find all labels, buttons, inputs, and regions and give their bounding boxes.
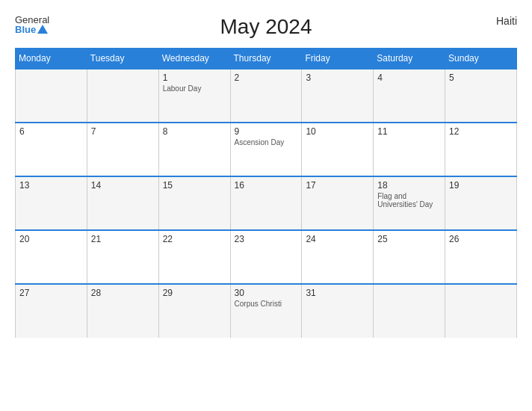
calendar-cell: 8	[158, 123, 230, 176]
day-number: 15	[163, 180, 226, 191]
week-row-1: 1Labour Day2345	[16, 69, 517, 123]
calendar-title: May 2024	[220, 15, 312, 39]
col-wednesday: Wednesday	[158, 49, 230, 69]
calendar-cell: 10	[302, 123, 374, 176]
col-saturday: Saturday	[374, 49, 445, 69]
week-row-2: 6789Ascension Day101112	[16, 123, 517, 176]
week-row-4: 20212223242526	[16, 230, 517, 284]
logo-triangle-icon	[37, 25, 48, 34]
day-number: 23	[235, 234, 298, 244]
logo-blue-text: Blue	[15, 25, 48, 34]
calendar-cell: 21	[87, 230, 158, 284]
calendar-cell: 25	[374, 230, 445, 284]
day-number: 28	[91, 288, 155, 298]
calendar-cell: 9Ascension Day	[230, 123, 302, 176]
calendar-cell: 14	[87, 176, 158, 230]
day-number: 24	[306, 234, 369, 244]
day-number: 27	[19, 288, 83, 298]
calendar-cell: 13	[16, 176, 87, 230]
calendar-cell: 18Flag and Universities' Day	[374, 176, 445, 230]
col-sunday: Sunday	[445, 49, 517, 69]
holiday-label: Flag and Universities' Day	[377, 192, 441, 208]
calendar-cell: 11	[374, 123, 445, 176]
calendar-cell: 19	[445, 176, 517, 230]
col-thursday: Thursday	[230, 49, 302, 69]
calendar-cell: 20	[16, 230, 87, 284]
calendar-cell: 29	[158, 284, 230, 338]
day-number: 30	[235, 288, 298, 298]
page: General Blue May 2024 Haiti Monday Tuesd…	[0, 0, 532, 411]
country-label: Haiti	[496, 15, 517, 27]
holiday-label: Ascension Day	[235, 138, 298, 146]
calendar-cell: 16	[230, 176, 302, 230]
col-tuesday: Tuesday	[87, 49, 158, 69]
day-number: 13	[19, 180, 83, 191]
day-number: 21	[91, 234, 155, 244]
day-number: 2	[235, 72, 298, 83]
col-friday: Friday	[302, 49, 374, 69]
week-row-5: 27282930Corpus Christi31	[16, 284, 517, 338]
days-of-week-row: Monday Tuesday Wednesday Thursday Friday…	[16, 49, 517, 69]
col-monday: Monday	[16, 49, 87, 69]
calendar-cell: 12	[445, 123, 517, 176]
day-number: 25	[377, 234, 441, 244]
calendar-cell: 17	[302, 176, 374, 230]
calendar-cell: 4	[374, 69, 445, 123]
calendar-cell: 23	[230, 230, 302, 284]
week-row-3: 131415161718Flag and Universities' Day19	[16, 176, 517, 230]
logo: General Blue	[15, 15, 49, 34]
day-number: 12	[449, 126, 513, 137]
day-number: 7	[91, 126, 155, 137]
calendar-cell: 24	[302, 230, 374, 284]
day-number: 20	[19, 234, 83, 244]
calendar-table: Monday Tuesday Wednesday Thursday Friday…	[15, 48, 517, 338]
day-number: 16	[235, 180, 298, 191]
day-number: 26	[449, 234, 513, 244]
day-number: 6	[19, 126, 83, 137]
day-number: 29	[163, 288, 226, 298]
calendar-cell: 22	[158, 230, 230, 284]
day-number: 3	[306, 72, 369, 83]
calendar-cell: 2	[230, 69, 302, 123]
day-number: 18	[377, 180, 441, 191]
day-number: 4	[377, 72, 441, 83]
holiday-label: Labour Day	[163, 84, 226, 93]
calendar-cell	[16, 69, 87, 123]
calendar-cell: 6	[16, 123, 87, 176]
calendar-cell: 28	[87, 284, 158, 338]
day-number: 1	[163, 72, 226, 83]
calendar-cell	[87, 69, 158, 123]
calendar-cell: 3	[302, 69, 374, 123]
day-number: 19	[449, 180, 513, 191]
day-number: 31	[306, 288, 369, 298]
calendar-cell: 15	[158, 176, 230, 230]
calendar-cell: 1Labour Day	[158, 69, 230, 123]
calendar-cell: 7	[87, 123, 158, 176]
day-number: 9	[235, 126, 298, 137]
calendar-cell	[374, 284, 445, 338]
day-number: 10	[306, 126, 369, 137]
day-number: 5	[449, 72, 513, 83]
calendar-cell: 30Corpus Christi	[230, 284, 302, 338]
calendar-cell: 27	[16, 284, 87, 338]
calendar-cell: 5	[445, 69, 517, 123]
calendar-cell: 26	[445, 230, 517, 284]
holiday-label: Corpus Christi	[235, 300, 298, 308]
header: General Blue May 2024 Haiti	[15, 15, 517, 39]
calendar-body: 1Labour Day23456789Ascension Day10111213…	[16, 69, 517, 338]
calendar-cell: 31	[302, 284, 374, 338]
calendar-header: Monday Tuesday Wednesday Thursday Friday…	[16, 49, 517, 69]
day-number: 22	[163, 234, 226, 244]
day-number: 14	[91, 180, 155, 191]
calendar-cell	[445, 284, 517, 338]
day-number: 17	[306, 180, 369, 191]
day-number: 11	[377, 126, 441, 137]
day-number: 8	[163, 126, 226, 137]
